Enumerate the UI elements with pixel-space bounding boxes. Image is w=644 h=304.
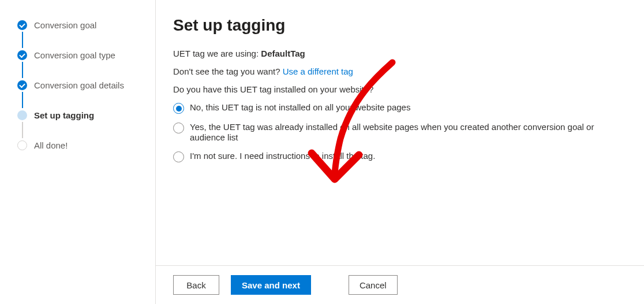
step-conversion-goal-type[interactable]: Conversion goal type [17,50,144,80]
radio-icon [173,103,184,114]
radio-label: No, this UET tag is not installed on all… [190,102,410,113]
radio-group: No, this UET tag is not installed on all… [173,102,627,162]
step-label: Conversion goal [34,20,96,30]
radio-option-not-sure[interactable]: I'm not sure. I need instructions to ins… [173,151,627,162]
step-label: Set up tagging [34,110,94,120]
dont-see-text: Don't see the tag you want? [173,66,283,76]
footer-actions: Back Save and next Cancel [156,265,644,304]
check-icon [17,50,27,60]
radio-icon [173,123,184,134]
pending-step-icon [17,140,27,150]
radio-label: I'm not sure. I need instructions to ins… [190,151,375,161]
check-icon [17,80,27,90]
dont-see-line: Don't see the tag you want? Use a differ… [173,66,627,76]
main-panel: Set up tagging UET tag we are using: Def… [156,0,644,304]
uet-prefix: UET tag we are using: [173,49,261,58]
step-set-up-tagging[interactable]: Set up tagging [17,110,144,140]
save-and-next-button[interactable]: Save and next [231,275,311,295]
current-step-icon [17,110,27,120]
step-label: Conversion goal type [34,50,115,60]
step-all-done[interactable]: All done! [17,140,144,150]
radio-label: Yes, the UET tag was already installed o… [190,122,627,143]
use-different-tag-link[interactable]: Use a different tag [283,66,353,76]
step-conversion-goal[interactable]: Conversion goal [17,20,144,50]
radio-option-no[interactable]: No, this UET tag is not installed on all… [173,102,627,114]
step-label: All done! [34,140,68,150]
back-button[interactable]: Back [173,275,219,295]
page-title: Set up tagging [173,16,627,35]
uet-tag-line: UET tag we are using: DefaultTag [173,49,627,58]
step-conversion-goal-details[interactable]: Conversion goal details [17,80,144,110]
wizard-steps-sidebar: Conversion goal Conversion goal type Con… [0,0,156,304]
cancel-button[interactable]: Cancel [349,275,398,295]
uet-tag-name: DefaultTag [261,49,305,58]
step-label: Conversion goal details [34,80,124,90]
radio-option-yes[interactable]: Yes, the UET tag was already installed o… [173,122,627,143]
radio-icon [173,151,184,162]
install-question: Do you have this UET tag installed on yo… [173,84,627,94]
content-area: Set up tagging UET tag we are using: Def… [156,0,644,265]
check-icon [17,20,27,30]
